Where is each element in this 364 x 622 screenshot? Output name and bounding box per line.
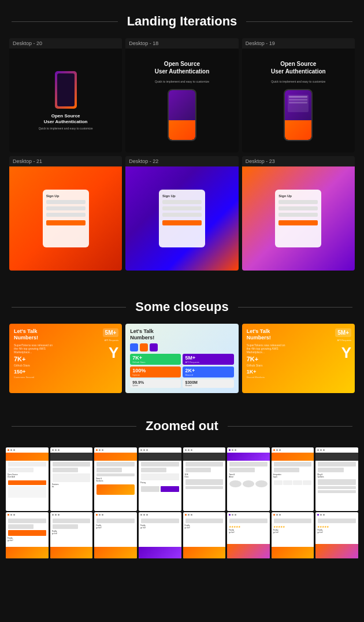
card-d22-label: Desktop - 22	[125, 156, 238, 166]
zoom-page-4b[interactable]: Finally,go live!	[139, 512, 181, 558]
zoom-col-5: SDKDocs Finally,go live!	[183, 447, 226, 558]
closeups-line-right	[238, 307, 352, 308]
zoom-page-6b[interactable]: ★★★★★ Finally,go live!	[227, 512, 270, 558]
closeup-3-right-stats: 5M+ API Requests Y	[335, 328, 351, 360]
zoom-col-1: Open SourceUser Auth Finally,go live!	[6, 447, 49, 558]
card-d20-text: Open SourceUser Authentication	[44, 113, 88, 125]
zoom-page-3a[interactable]: Stats &Numbers	[94, 447, 137, 511]
closeups-line-left	[12, 307, 126, 308]
closeup-card-1[interactable]: Let's TalkNumbers! SuperTokens was relea…	[9, 324, 122, 393]
zoom-page-2a[interactable]: Featureslist	[50, 447, 93, 511]
zoom-col-2: Featureslist Finally,go live!	[50, 447, 93, 558]
zoom-page-4a[interactable]: Pricing	[139, 447, 181, 511]
zoom-page-7b[interactable]: ★★★★★ Finally,go live!	[272, 512, 314, 558]
zoomed-grid: Open SourceUser Auth Finally,go live! Fe…	[0, 443, 364, 568]
header-line-left	[12, 21, 118, 22]
zoom-col-3: Stats &Numbers Finally,go live!	[94, 447, 137, 558]
card-d22-form: Sign Up	[159, 190, 205, 247]
zoomed-title: Zoomed out	[146, 419, 218, 434]
landing-title: Landing Iterations	[127, 14, 237, 29]
closeup-3-stat-1: 7K+	[247, 356, 350, 362]
closeup-card-3[interactable]: Let's TalkNumbers! SuperTokens was relea…	[242, 324, 355, 393]
landing-header: Landing Iterations	[0, 0, 364, 38]
zoom-col-7: Integrationlogos ★★★★★ Finally,go live!	[272, 447, 314, 558]
card-d19-content: Open SourceUser Authentication Quick to …	[242, 49, 355, 153]
card-d20-label: Desktop - 20	[9, 38, 122, 49]
closeups-title: Some closeups	[135, 299, 228, 314]
closeup-2-content: Let's TalkNumbers! 7K+ Github Stars 5M+ …	[125, 324, 238, 393]
header-line-right	[246, 21, 352, 22]
closeup-1-right-stats: 5M+ API Requests Y	[103, 328, 119, 360]
zoom-col-4: Pricing Finally,go live!	[139, 447, 181, 558]
card-d23-content: Sign Up	[242, 166, 355, 271]
zoom-page-3b[interactable]: Finally,go live!	[94, 512, 137, 558]
zoom-page-2b[interactable]: Finally,go live!	[50, 512, 93, 558]
landing-row-1: Desktop - 20 Open SourceUser Authenticat…	[9, 38, 355, 153]
zoom-page-6a[interactable]: Team &About	[227, 447, 270, 511]
card-d21-label: Desktop - 21	[9, 156, 122, 166]
zoom-page-5b[interactable]: Finally,go live!	[183, 512, 226, 558]
card-d20-phone	[55, 71, 77, 109]
zoomed-section: Zoomed out Open SourceUser Auth Finally,…	[0, 405, 364, 568]
card-d18-phone	[168, 89, 196, 141]
closeup-2-title: Let's TalkNumbers!	[130, 328, 233, 341]
zoom-page-8b[interactable]: ★★★★★ Finally,go live!	[315, 512, 358, 558]
card-d18-title: Open SourceUser Authentication	[155, 60, 210, 75]
closeup-1-stat-2: 150+	[14, 369, 117, 375]
zoom-page-5a[interactable]: SDKDocs	[183, 447, 226, 511]
zoomed-line-left	[12, 426, 136, 427]
card-d18-content: Open SourceUser Authentication Quick to …	[125, 49, 238, 153]
landing-section: Landing Iterations Desktop - 20 Open Sou…	[0, 0, 364, 286]
card-d23-label: Desktop - 23	[242, 156, 355, 166]
zoomed-header: Zoomed out	[0, 405, 364, 443]
card-d19-sub: Quick to implement and easy to customize	[271, 80, 325, 83]
zoom-col-8: Blog &Updates ★★★★★ Finally,go live!	[315, 447, 358, 558]
closeup-3-stat-2: 1K+	[247, 369, 350, 375]
card-d19-phone	[284, 89, 313, 141]
zoom-page-1b[interactable]: Finally,go live!	[6, 512, 49, 558]
landing-card-d20[interactable]: Desktop - 20 Open SourceUser Authenticat…	[9, 38, 122, 153]
closeup-1-title: Let's TalkNumbers!	[14, 328, 117, 341]
card-d21-form: Sign Up	[43, 190, 89, 247]
landing-card-d21[interactable]: Desktop - 21 Sign Up	[9, 156, 122, 271]
zoomed-line-right	[228, 426, 352, 427]
card-d22-content: Sign Up	[125, 166, 238, 271]
closeup-3-title: Let's TalkNumbers!	[247, 328, 350, 341]
closeups-header: Some closeups	[0, 286, 364, 324]
zoom-col-6: Team &About ★★★★★ Finally,go live!	[227, 447, 270, 558]
zoom-page-1a[interactable]: Open SourceUser Auth	[6, 447, 49, 511]
zoom-page-7a[interactable]: Integrationlogos	[272, 447, 314, 511]
landing-card-d23[interactable]: Desktop - 23 Sign Up	[242, 156, 355, 271]
card-d18-label: Desktop - 18	[125, 38, 238, 49]
card-d18-sub: Quick to implement and easy to customize	[155, 80, 209, 83]
closeups-grid: Let's TalkNumbers! SuperTokens was relea…	[0, 324, 364, 405]
closeups-section: Some closeups Let's TalkNumbers! SuperTo…	[0, 286, 364, 405]
closeup-1-stat-1: 7K+	[14, 356, 117, 362]
landing-row-2: Desktop - 21 Sign Up Desktop - 22	[9, 156, 355, 271]
card-d19-title: Open SourceUser Authentication	[271, 60, 326, 75]
icon-purple	[150, 343, 158, 351]
landing-card-d18[interactable]: Desktop - 18 Open SourceUser Authenticat…	[125, 38, 238, 153]
card-d23-form: Sign Up	[275, 190, 321, 247]
landing-grid: Desktop - 20 Open SourceUser Authenticat…	[0, 38, 364, 286]
card-d20-sub: Quick to implement and easy to customize	[39, 127, 93, 130]
icon-orange	[140, 343, 148, 351]
landing-card-d22[interactable]: Desktop - 22 Sign Up	[125, 156, 238, 271]
card-d19-label: Desktop - 19	[242, 38, 355, 49]
card-d21-content: Sign Up	[9, 166, 122, 271]
zoom-page-8a[interactable]: Blog &Updates	[315, 447, 358, 511]
icon-blue	[130, 343, 138, 351]
closeup-card-2[interactable]: Let's TalkNumbers! 7K+ Github Stars 5M+ …	[125, 324, 238, 393]
card-d20-content: Open SourceUser Authentication Quick to …	[9, 49, 122, 153]
landing-card-d19[interactable]: Desktop - 19 Open SourceUser Authenticat…	[242, 38, 355, 153]
